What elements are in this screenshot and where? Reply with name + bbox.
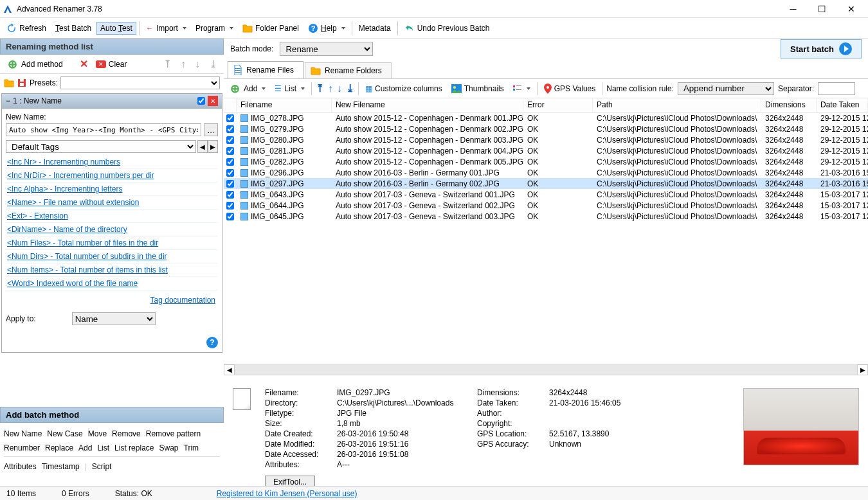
method-help-icon[interactable]: ?	[206, 337, 218, 348]
new-name-input[interactable]	[6, 123, 201, 136]
tag-link[interactable]: <Inc NrDir> - Incrementing numbers per d…	[6, 169, 218, 183]
row-checkbox[interactable]	[226, 202, 234, 210]
table-row[interactable]: IMG_0644.JPG Auto show 2017-03 - Geneva …	[224, 200, 868, 211]
batch-method-move[interactable]: Move	[88, 427, 107, 441]
apply-to-select[interactable]: Name	[72, 312, 156, 325]
batch-method-add[interactable]: Add	[78, 441, 92, 455]
sort-bottom-button[interactable]: ⤓	[346, 82, 354, 94]
batch-method-list-replace[interactable]: List replace	[114, 441, 154, 455]
batch-method-remove[interactable]: Remove	[112, 427, 141, 441]
tag-link[interactable]: <Num Files> - Total number of files in t…	[6, 237, 218, 250]
row-checkbox[interactable]	[226, 158, 234, 166]
row-checkbox[interactable]	[226, 136, 234, 144]
presets-select[interactable]	[60, 76, 220, 89]
add-files-button[interactable]: ⊕Add	[228, 80, 268, 97]
tag-next-button[interactable]: ▶	[208, 140, 218, 153]
separator-input[interactable]	[818, 82, 855, 95]
minimize-button[interactable]: ─	[779, 1, 808, 17]
folder-open-icon[interactable]	[4, 78, 14, 88]
sort-down-button[interactable]: ↓	[337, 83, 342, 94]
col-header-dimensions[interactable]: Dimensions	[761, 98, 817, 112]
batch-method-timestamp[interactable]: Timestamp	[42, 460, 80, 474]
table-row[interactable]: IMG_0282.JPG Auto show 2015-12 - Copenha…	[224, 156, 868, 167]
refresh-button[interactable]: Refresh	[3, 21, 50, 35]
batch-method-new-name[interactable]: New Name	[4, 427, 42, 441]
table-row[interactable]: IMG_0281.JPG Auto show 2015-12 - Copenha…	[224, 145, 868, 156]
batch-method-renumber[interactable]: Renumber	[4, 441, 40, 455]
columns-menu-button[interactable]	[511, 83, 533, 94]
clear-methods-button[interactable]: ✕Clear	[92, 58, 131, 71]
gps-values-button[interactable]: GPS Values	[541, 82, 598, 95]
table-row[interactable]: IMG_0296.JPG Auto show 2016-03 - Berlin …	[224, 167, 868, 178]
col-header-error[interactable]: Error	[523, 98, 593, 112]
table-row[interactable]: IMG_0645.JPG Auto show 2017-03 - Geneva …	[224, 211, 868, 222]
batch-method-script[interactable]: Script	[92, 460, 112, 474]
program-button[interactable]: Program	[192, 22, 237, 35]
tag-link[interactable]: <Inc Nr> - Incrementing numbers	[6, 156, 218, 169]
method-enabled-checkbox[interactable]	[197, 97, 205, 105]
batch-method-new-case[interactable]: New Case	[47, 427, 82, 441]
move-up-button[interactable]: ↑	[178, 58, 188, 70]
move-top-button[interactable]: ⤒	[161, 58, 174, 70]
save-icon[interactable]	[17, 78, 27, 88]
tag-link[interactable]: <Name> - File name without extension	[6, 196, 218, 210]
start-batch-button[interactable]: Start batch	[781, 39, 862, 58]
row-checkbox[interactable]	[226, 114, 234, 122]
row-checkbox[interactable]	[226, 125, 234, 133]
col-header-newfilename[interactable]: New Filename	[332, 98, 523, 112]
row-checkbox[interactable]	[226, 147, 234, 155]
row-checkbox[interactable]	[226, 191, 234, 199]
batch-method-remove-pattern[interactable]: Remove pattern	[146, 427, 201, 441]
add-method-button[interactable]: ⊕Add method	[4, 55, 67, 73]
table-row[interactable]: IMG_0643.JPG Auto show 2017-03 - Geneva …	[224, 189, 868, 200]
col-header-path[interactable]: Path	[593, 98, 761, 112]
import-button[interactable]: ←Import	[142, 22, 190, 35]
batch-method-swap[interactable]: Swap	[159, 441, 178, 455]
collision-select[interactable]: Append number	[678, 82, 774, 95]
tag-link[interactable]: <Ext> - Extension	[6, 210, 218, 223]
collapse-icon[interactable]: −	[6, 96, 10, 105]
pattern-browse-button[interactable]: ...	[204, 123, 218, 136]
test-batch-button[interactable]: Test Batch	[51, 22, 95, 35]
folder-panel-button[interactable]: Folder Panel	[239, 22, 303, 35]
batch-mode-select[interactable]: Rename	[280, 42, 373, 56]
maximize-button[interactable]: ☐	[808, 1, 836, 17]
method-close-button[interactable]: ✕	[208, 96, 218, 106]
horizontal-scrollbar[interactable]: ◀▶	[224, 364, 868, 375]
tag-link[interactable]: <DirName> - Name of the directory	[6, 223, 218, 237]
default-tags-select[interactable]: Default Tags	[6, 140, 196, 153]
tag-link[interactable]: <Num Dirs> - Total number of subdirs in …	[6, 250, 218, 263]
tag-documentation-link[interactable]: Tag documentation	[150, 296, 215, 305]
thumbnails-button[interactable]: Thumbnails	[449, 83, 507, 94]
tag-prev-button[interactable]: ◀	[197, 140, 208, 153]
table-row[interactable]: IMG_0279.JPG Auto show 2015-12 - Copenha…	[224, 123, 868, 134]
batch-method-list[interactable]: List	[97, 441, 109, 455]
col-header-date-taken[interactable]: Date Taken	[817, 98, 868, 112]
move-down-button[interactable]: ↓	[192, 58, 203, 70]
tag-link[interactable]: <Num Items> - Total number of items in t…	[6, 263, 218, 277]
move-bottom-button[interactable]: ⤓	[206, 58, 220, 70]
table-row[interactable]: IMG_0278.JPG Auto show 2015-12 - Copenha…	[224, 112, 868, 123]
help-button[interactable]: ?Help	[304, 21, 349, 35]
registration-link[interactable]: Registered to Kim Jensen (Personal use)	[217, 489, 357, 498]
delete-method-button[interactable]: ✕	[80, 58, 88, 70]
batch-method-attributes[interactable]: Attributes	[4, 460, 37, 474]
tag-link[interactable]: <Inc Alpha> - Incrementing letters	[6, 183, 218, 196]
table-row[interactable]: IMG_0297.JPG Auto show 2016-03 - Berlin …	[224, 178, 868, 189]
batch-method-trim[interactable]: Trim	[184, 441, 199, 455]
metadata-button[interactable]: Metadata	[355, 22, 395, 35]
close-button[interactable]: ✕	[836, 1, 865, 17]
tab-rename-files[interactable]: Rename Files	[228, 61, 303, 78]
customize-columns-button[interactable]: ▦Customize columns	[363, 83, 445, 94]
list-button[interactable]: ☰List	[272, 83, 307, 94]
row-checkbox[interactable]	[226, 169, 234, 177]
batch-method-replace[interactable]: Replace	[45, 441, 73, 455]
auto-test-button[interactable]: Auto Test	[96, 22, 136, 35]
row-checkbox[interactable]	[226, 180, 234, 188]
col-header-filename[interactable]: Filename	[237, 98, 332, 112]
undo-batch-button[interactable]: Undo Previous Batch	[401, 21, 494, 35]
tab-rename-folders[interactable]: Rename Folders	[305, 62, 392, 78]
table-row[interactable]: IMG_0280.JPG Auto show 2015-12 - Copenha…	[224, 134, 868, 145]
row-checkbox[interactable]	[226, 213, 234, 220]
sort-up-button[interactable]: ↑	[328, 83, 333, 94]
